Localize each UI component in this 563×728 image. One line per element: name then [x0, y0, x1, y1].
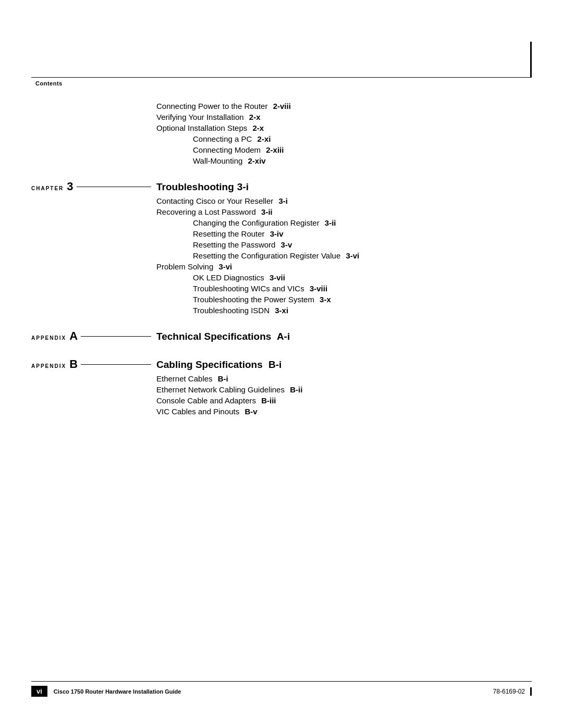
- toc-entry-problem-solving: Problem Solving 3-vi: [31, 262, 532, 271]
- page-number: vi: [31, 686, 47, 697]
- entry-text: OK LED Diagnostics: [193, 273, 264, 282]
- toc-entry-contacting: Contacting Cisco or Your Reseller 3-i: [31, 196, 532, 205]
- page-container: Contents Connecting Power to the Router …: [0, 0, 563, 728]
- main-content: Connecting Power to the Router 2-viii Ve…: [0, 102, 563, 420]
- toc-entry-wall-mounting: Wall-Mounting 2-xiv: [31, 156, 532, 165]
- appendix-letter: B: [69, 357, 78, 371]
- entry-page: 2-viii: [271, 102, 290, 110]
- footer: vi Cisco 1750 Router Hardware Installati…: [0, 681, 563, 697]
- entry-page: 2-xiv: [246, 156, 265, 165]
- entry-page: B-iii: [259, 396, 276, 405]
- footer-doc-title: Cisco 1750 Router Hardware Installation …: [54, 688, 181, 695]
- toc-entry-vic-cables: VIC Cables and Pinouts B-v: [31, 407, 532, 416]
- entry-page: 3-v: [278, 240, 292, 249]
- appendix-b-title: Cabling Specifications: [156, 359, 263, 371]
- entry-text: Connecting Modem: [193, 145, 261, 154]
- entry-text: Console Cable and Adapters: [156, 396, 256, 405]
- entry-page: B-i: [216, 374, 228, 383]
- toc-entry-resetting-router: Resetting the Router 3-iv: [31, 229, 532, 238]
- entry-text: Connecting Power to the Router: [156, 102, 267, 110]
- footer-doc-number: 78-6169-02: [493, 688, 525, 695]
- appendix-b-label-area: APPENDIX B: [31, 357, 156, 371]
- appendix-rule: [81, 364, 151, 365]
- entry-page: 3-x: [317, 295, 331, 304]
- appendix-a-label-area: APPENDIX A: [31, 329, 156, 343]
- entry-text: VIC Cables and Pinouts: [156, 407, 239, 416]
- appendix-b-row: APPENDIX B Cabling Specifications B-i: [31, 357, 532, 371]
- entry-page: 3-ii: [259, 207, 273, 216]
- footer-bar-icon: [530, 687, 532, 696]
- entry-page: 2-xi: [255, 134, 271, 143]
- entry-text: Connecting a PC: [193, 134, 252, 143]
- chapter-3-entries: Contacting Cisco or Your Reseller 3-i Re…: [31, 196, 532, 315]
- entry-text: Ethernet Network Cabling Guidelines: [156, 385, 285, 394]
- entry-text: Contacting Cisco or Your Reseller: [156, 196, 273, 205]
- appendix-b-title-area: Cabling Specifications B-i: [156, 359, 282, 371]
- entry-page: 3-vi: [216, 262, 232, 271]
- entry-page: 2-xiii: [264, 145, 284, 154]
- entry-text: Problem Solving: [156, 262, 213, 271]
- toc-entry-verifying: Verifying Your Installation 2-x: [31, 113, 532, 121]
- entry-page: B-ii: [288, 385, 302, 394]
- entry-text: Optional Installation Steps: [156, 124, 247, 132]
- entry-page: 2-x: [247, 113, 261, 121]
- footer-rule: [31, 681, 532, 682]
- toc-entry-connecting-pc: Connecting a PC 2-xi: [31, 134, 532, 143]
- chapter-rule: [77, 187, 151, 187]
- toc-entry-ok-led: OK LED Diagnostics 3-vii: [31, 273, 532, 282]
- toc-entry-troubleshooting-isdn: Troubleshooting ISDN 3-xi: [31, 306, 532, 315]
- chapter-3-section: CHAPTER 3 Troubleshooting 3-i Contacting…: [31, 180, 532, 315]
- appendix-letter: A: [69, 329, 78, 343]
- chapter-title-area: Troubleshooting 3-i: [156, 181, 249, 193]
- appendix-b-page: B-i: [266, 359, 282, 371]
- entry-page: 3-ii: [323, 218, 336, 227]
- entry-page: 3-xi: [273, 306, 288, 315]
- footer-left: vi Cisco 1750 Router Hardware Installati…: [31, 686, 181, 697]
- toc-entry-optional: Optional Installation Steps 2-x: [31, 124, 532, 132]
- entry-page: 3-vii: [267, 273, 285, 282]
- toc-entry-troubleshooting-power: Troubleshooting the Power System 3-x: [31, 295, 532, 304]
- pre-chapter-section: Connecting Power to the Router 2-viii Ve…: [31, 102, 532, 165]
- footer-right: 78-6169-02: [493, 687, 532, 696]
- chapter-number: 3: [67, 180, 73, 193]
- entry-text: Changing the Configuration Register: [193, 218, 320, 227]
- entry-page: 2-x: [250, 124, 264, 132]
- entry-page: 3-iv: [268, 229, 284, 238]
- entry-text: Recovering a Lost Password: [156, 207, 256, 216]
- appendix-b-entries: Ethernet Cables B-i Ethernet Network Cab…: [31, 374, 532, 416]
- entry-text: Wall-Mounting: [193, 156, 242, 165]
- contents-label: Contents: [35, 80, 63, 87]
- appendix-a-title: Technical Specifications: [156, 331, 271, 342]
- appendix-a-section: APPENDIX A Technical Specifications A-i: [31, 329, 532, 343]
- toc-entry-resetting-config-value: Resetting the Configuration Register Val…: [31, 251, 532, 260]
- appendix-a-page: A-i: [274, 331, 290, 342]
- entry-text: Resetting the Configuration Register Val…: [193, 251, 340, 260]
- toc-entry-console-cable: Console Cable and Adapters B-iii: [31, 396, 532, 405]
- appendix-a-title-area: Technical Specifications A-i: [156, 331, 290, 342]
- appendix-keyword: APPENDIX: [31, 363, 66, 369]
- toc-entry-troubleshooting-wics: Troubleshooting WICs and VICs 3-viii: [31, 284, 532, 293]
- entry-page: 3-vi: [344, 251, 359, 260]
- entry-text: Troubleshooting WICs and VICs: [193, 284, 304, 293]
- top-rule-area: Contents: [0, 77, 563, 78]
- toc-entry-connecting-modem: Connecting Modem 2-xiii: [31, 145, 532, 154]
- footer-content: vi Cisco 1750 Router Hardware Installati…: [0, 686, 563, 697]
- entry-page: B-v: [242, 407, 257, 416]
- toc-entry-resetting-password: Resetting the Password 3-v: [31, 240, 532, 249]
- chapter-3-row: CHAPTER 3 Troubleshooting 3-i: [31, 180, 532, 193]
- toc-entry-ethernet-cables: Ethernet Cables B-i: [31, 374, 532, 383]
- chapter-title-page: 3-i: [237, 181, 249, 193]
- appendix-rule: [81, 336, 151, 337]
- top-rule: [31, 77, 532, 78]
- entry-page: 3-viii: [308, 284, 327, 293]
- toc-entry-ethernet-cabling-guidelines: Ethernet Network Cabling Guidelines B-ii: [31, 385, 532, 394]
- chapter-title: Troubleshooting: [156, 181, 234, 193]
- toc-entry-connecting-power: Connecting Power to the Router 2-viii: [31, 102, 532, 110]
- appendix-a-row: APPENDIX A Technical Specifications A-i: [31, 329, 532, 343]
- chapter-keyword: CHAPTER: [31, 186, 64, 191]
- entry-text: Troubleshooting the Power System: [193, 295, 314, 304]
- appendix-b-section: APPENDIX B Cabling Specifications B-i Et…: [31, 357, 532, 416]
- entry-text: Resetting the Password: [193, 240, 275, 249]
- entry-text: Troubleshooting ISDN: [193, 306, 270, 315]
- top-vertical-bar: [530, 42, 532, 77]
